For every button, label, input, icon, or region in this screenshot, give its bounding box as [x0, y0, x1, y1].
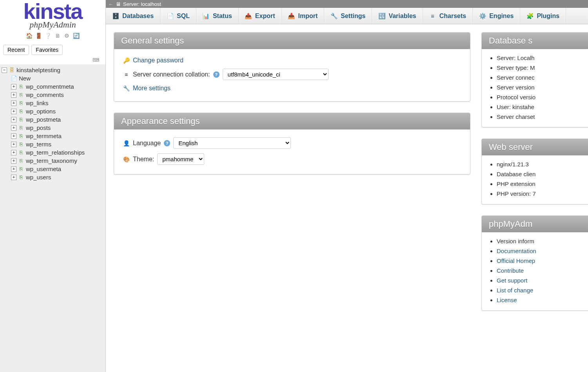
- info-item: List of change: [497, 285, 588, 295]
- logout-icon[interactable]: 🚪: [35, 32, 42, 39]
- tab-databases[interactable]: 🗄️Databases: [106, 8, 160, 24]
- tab-label: Export: [255, 13, 275, 20]
- more-settings-link[interactable]: More settings: [133, 85, 171, 92]
- tree-table-row[interactable]: +⎘wp_terms: [0, 140, 105, 148]
- content-area: General settings 🔑 Change password ≡ Ser…: [106, 24, 588, 372]
- expand-icon[interactable]: +: [11, 84, 16, 89]
- collapse-icon[interactable]: −: [2, 67, 7, 73]
- tree-table-row[interactable]: +⎘wp_usermeta: [0, 165, 105, 173]
- expand-icon[interactable]: +: [11, 100, 16, 106]
- info-link[interactable]: Official Homep: [497, 257, 535, 264]
- table-name: wp_term_taxonomy: [26, 157, 77, 164]
- expand-icon[interactable]: +: [11, 158, 16, 164]
- expand-icon[interactable]: +: [11, 133, 16, 139]
- new-label: New: [19, 75, 31, 82]
- variables-icon: 🔣: [378, 13, 385, 20]
- tab-label: SQL: [177, 13, 190, 20]
- expand-icon[interactable]: +: [11, 125, 16, 131]
- tab-plugins[interactable]: 🧩Plugins: [520, 8, 566, 24]
- info-item: Contribute: [497, 266, 588, 275]
- panel-title: Database s: [482, 33, 588, 49]
- tree-new-row[interactable]: 📄 New: [0, 74, 105, 82]
- tab-favorites[interactable]: Favorites: [31, 45, 63, 55]
- help-icon[interactable]: ?: [164, 140, 170, 146]
- table-icon: ⎘: [18, 92, 24, 98]
- help-icon[interactable]: ?: [213, 71, 220, 78]
- info-item: nginx/1.21.3: [497, 159, 588, 169]
- tab-sql[interactable]: 📄SQL: [160, 8, 196, 24]
- sql-icon[interactable]: 🗎: [54, 32, 61, 39]
- tree-table-row[interactable]: +⎘wp_comments: [0, 91, 105, 99]
- tree-table-row[interactable]: +⎘wp_term_relationships: [0, 148, 105, 157]
- table-icon: ⎘: [18, 150, 24, 156]
- table-icon: ⎘: [18, 84, 24, 90]
- language-select[interactable]: English: [173, 137, 291, 149]
- tab-export[interactable]: 📤Export: [239, 8, 282, 24]
- tab-import[interactable]: 📥Import: [282, 8, 325, 24]
- import-icon: 📥: [288, 13, 295, 20]
- tree-table-row[interactable]: +⎘wp_term_taxonomy: [0, 157, 105, 165]
- tab-status[interactable]: 📊Status: [196, 8, 239, 24]
- tree-table-row[interactable]: +⎘wp_options: [0, 107, 105, 115]
- docs-icon[interactable]: ❔: [45, 32, 52, 39]
- home-icon[interactable]: 🏠: [26, 32, 33, 39]
- plugins-icon: 🧩: [526, 13, 534, 20]
- table-name: wp_terms: [26, 141, 51, 148]
- table-icon: ⎘: [18, 125, 24, 131]
- sidebar-tabs: Recent Favorites: [0, 42, 105, 57]
- tree-table-row[interactable]: +⎘wp_users: [0, 173, 105, 181]
- info-link[interactable]: License: [497, 297, 517, 303]
- tab-charsets[interactable]: ≡Charsets: [423, 8, 473, 24]
- collation-select[interactable]: utf8mb4_unicode_ci: [223, 69, 328, 80]
- expand-icon[interactable]: +: [11, 166, 16, 172]
- database-icon: 🗄: [9, 67, 15, 73]
- expand-icon[interactable]: +: [11, 175, 16, 180]
- table-name: wp_links: [26, 100, 49, 106]
- table-icon: ⎘: [18, 108, 24, 115]
- settings-icon: 🔧: [330, 13, 338, 20]
- info-link[interactable]: Get support: [497, 277, 527, 284]
- breadcrumb-server[interactable]: Server: localhost: [123, 1, 161, 7]
- info-link[interactable]: Documentation: [497, 248, 536, 254]
- info-item: Protocol versio: [497, 92, 588, 102]
- tab-recent[interactable]: Recent: [3, 45, 29, 55]
- panel-title: Web server: [482, 139, 588, 155]
- nav-back-icon[interactable]: ←: [108, 1, 113, 7]
- tree-table-row[interactable]: +⎘wp_posts: [0, 124, 105, 132]
- tab-settings[interactable]: 🔧Settings: [324, 8, 372, 24]
- top-tabs: 🗄️Databases📄SQL📊Status📤Export📥Import🔧Set…: [106, 8, 588, 24]
- expand-icon[interactable]: +: [11, 117, 16, 122]
- tab-variables[interactable]: 🔣Variables: [372, 8, 423, 24]
- table-icon: ⎘: [18, 166, 24, 172]
- tree-table-row[interactable]: +⎘wp_termmeta: [0, 132, 105, 140]
- tab-label: Engines: [489, 13, 514, 20]
- theme-select[interactable]: pmahomme: [157, 153, 204, 165]
- tab-label: Import: [298, 13, 318, 20]
- info-item: License: [497, 295, 588, 305]
- new-table-icon: 📄: [11, 75, 17, 82]
- info-item: PHP extension: [497, 179, 588, 189]
- reload-icon[interactable]: 🔄: [73, 32, 80, 39]
- wrench-icon: 🔧: [123, 85, 130, 92]
- breadcrumb: ← 🖥 Server: localhost: [106, 0, 588, 8]
- info-item: Documentation: [497, 246, 588, 256]
- tree-database-row[interactable]: − 🗄 kinstahelptesting: [0, 66, 105, 74]
- tree-table-row[interactable]: +⎘wp_links: [0, 99, 105, 107]
- database-name: kinstahelptesting: [16, 67, 60, 73]
- settings-icon[interactable]: ⚙: [64, 32, 71, 39]
- info-link[interactable]: Contribute: [497, 267, 524, 274]
- tree-table-row[interactable]: +⎘wp_commentmeta: [0, 82, 105, 91]
- info-item: Version inform: [497, 236, 588, 246]
- expand-icon[interactable]: +: [11, 150, 16, 155]
- table-icon: ⎘: [18, 174, 24, 181]
- panel-link-icon[interactable]: ⌨: [0, 57, 105, 64]
- info-item: Server type: M: [497, 63, 588, 73]
- change-password-link[interactable]: Change password: [133, 57, 183, 64]
- theme-label: Theme:: [133, 156, 154, 163]
- tab-engines[interactable]: ⚙️Engines: [473, 8, 520, 24]
- expand-icon[interactable]: +: [11, 92, 16, 98]
- expand-icon[interactable]: +: [11, 109, 16, 114]
- info-link[interactable]: List of change: [497, 287, 533, 294]
- expand-icon[interactable]: +: [11, 142, 16, 147]
- tree-table-row[interactable]: +⎘wp_postmeta: [0, 115, 105, 124]
